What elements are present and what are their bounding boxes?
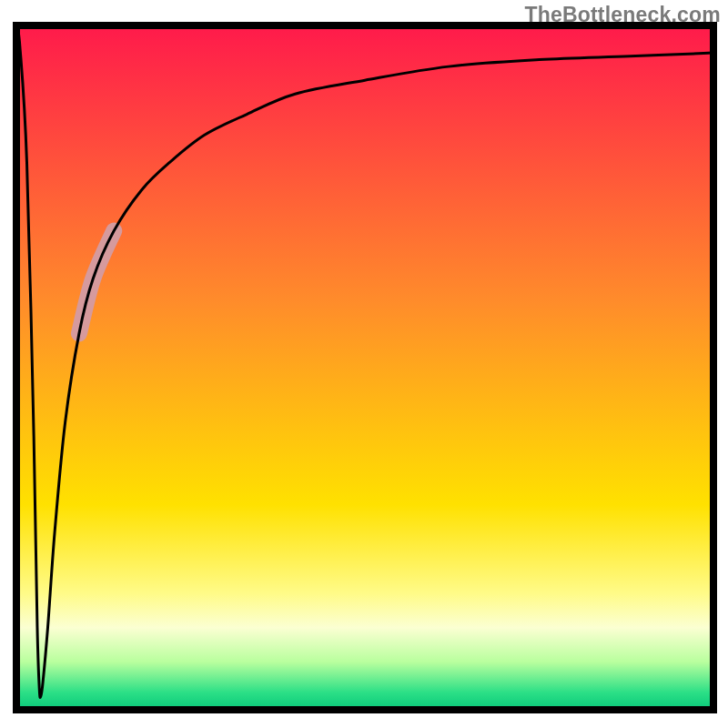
plot-background xyxy=(16,25,713,710)
bottleneck-chart xyxy=(0,0,728,728)
watermark-text: TheBottleneck.com xyxy=(524,3,721,27)
